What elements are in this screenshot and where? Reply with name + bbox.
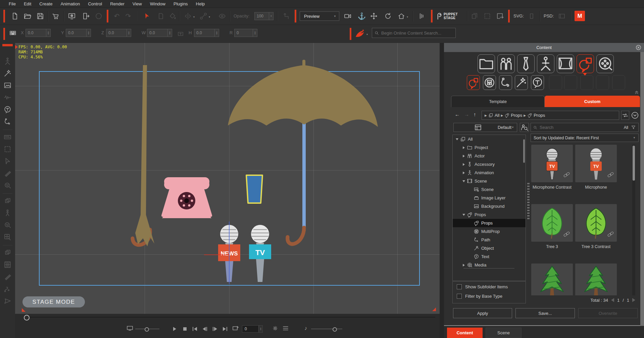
step-forward-button[interactable] — [213, 327, 217, 331]
subcategory-props-button-selected[interactable] — [467, 75, 480, 90]
sidebar-duplicate-tool[interactable] — [3, 248, 12, 257]
stage-corner-marker-right[interactable] — [432, 307, 436, 311]
online-content-logo[interactable] — [354, 28, 365, 38]
breadcrumb-item-props-2[interactable]: Props — [534, 113, 545, 118]
tree-item-object-13[interactable]: Object — [453, 244, 526, 252]
find-content-button[interactable] — [520, 123, 529, 132]
sidebar-svg-export-tool[interactable] — [3, 145, 12, 153]
show-subfolder-checkbox-row[interactable]: Show Subfolder Items — [457, 284, 508, 289]
sidebar-text-tool[interactable] — [3, 105, 12, 114]
sidebar-actor-editor-tool[interactable] — [3, 57, 12, 65]
page-next-icon[interactable] — [632, 298, 635, 302]
menu-plugins[interactable]: Plugins — [169, 0, 192, 8]
tree-item-accessory-3[interactable]: Accessory — [453, 160, 526, 168]
svg-export-icon[interactable] — [527, 11, 536, 21]
thumbnail-image[interactable]: TV — [531, 145, 573, 182]
category-media-button[interactable] — [596, 54, 614, 73]
category-scene-button[interactable] — [557, 54, 574, 73]
sidebar-path-tool[interactable] — [3, 117, 12, 126]
puppet-stage-button[interactable]: PUPPET STAGE — [435, 10, 464, 22]
visibility-button[interactable] — [217, 11, 227, 21]
sidebar-actor-creator-tool[interactable] — [3, 69, 12, 78]
copy-object-button[interactable] — [156, 11, 165, 21]
panel-search-input[interactable]: Search All — [531, 123, 639, 132]
current-frame-field[interactable]: 0 — [242, 325, 259, 333]
paint-fill-button[interactable] — [168, 11, 177, 21]
link-caret[interactable]: ▾ — [209, 15, 210, 18]
thumbnail-image[interactable] — [531, 204, 573, 242]
category-props-button-selected[interactable] — [577, 54, 594, 73]
thumbnail-pine-5[interactable] — [575, 263, 617, 295]
opacity-field[interactable]: 100 — [254, 12, 269, 20]
telephone-prop[interactable] — [162, 177, 211, 218]
marquee-button-disabled[interactable] — [483, 11, 492, 21]
redo-button[interactable]: ↷ — [123, 11, 133, 21]
flip-caret[interactable]: ▾ — [193, 15, 195, 18]
sidebar-spring-bone-tool[interactable] — [3, 273, 12, 281]
h-field[interactable]: 0.0 — [194, 29, 215, 37]
z-field-spinner[interactable]: ▲▼ — [127, 29, 131, 37]
nav-up-button[interactable]: ↑ — [474, 111, 476, 117]
thumbnail-pine-4[interactable] — [531, 263, 573, 295]
tab-custom[interactable]: Custom — [545, 96, 640, 107]
panel-resize-edge[interactable] — [640, 52, 644, 326]
subcategory-object-button[interactable] — [515, 75, 528, 90]
h-field-spinner[interactable]: ▲▼ — [215, 29, 219, 37]
page-previous-icon[interactable] — [611, 298, 614, 302]
overwrite-button-disabled[interactable]: Overwrite — [578, 308, 638, 318]
sidebar-send-pointer-tool[interactable] — [3, 297, 12, 305]
collapse-panel-icon[interactable] — [634, 89, 639, 95]
home-view-button[interactable] — [397, 11, 406, 21]
new-project-button[interactable] — [10, 11, 19, 21]
sidebar-audio-record-tool[interactable] — [3, 93, 12, 102]
sidebar-media-import-tool[interactable] — [3, 81, 12, 90]
sidebar-mesh-warp-tool[interactable] — [3, 260, 12, 269]
subcategory-text-button[interactable] — [531, 75, 544, 90]
current-frame-spinner[interactable]: ▲▼ — [259, 325, 263, 333]
tree-item-text-14[interactable]: Text — [453, 252, 526, 261]
filter-base-type-checkbox-row[interactable]: Filter by Base Type — [457, 294, 502, 299]
tree-item-actor-2[interactable]: Actor — [453, 152, 526, 160]
breadcrumb-item-props[interactable]: Props — [511, 113, 522, 118]
stage-viewport[interactable]: NEWS TV FPS: 0.00, AVG: 0.00 RAM: 714MB … — [15, 43, 440, 314]
online-logo-caret[interactable]: ▾ — [366, 33, 368, 36]
render-mode-dropdown[interactable]: Preview ▼ — [300, 11, 339, 21]
y-field[interactable]: 0.0 — [66, 29, 87, 37]
tree-item-background-8[interactable]: Background — [453, 202, 526, 210]
save-project-button[interactable] — [36, 11, 45, 21]
r-field[interactable]: 0 — [234, 29, 253, 37]
move-tool-button[interactable] — [369, 11, 379, 21]
swap-view-button[interactable] — [621, 111, 629, 120]
rotate-tool-button[interactable] — [383, 11, 393, 21]
timeline-list-icon[interactable] — [283, 326, 288, 332]
motion-live-button[interactable]: M — [575, 11, 585, 21]
x-field[interactable]: 0.0 — [26, 29, 46, 37]
thumbnail-image[interactable]: TV — [575, 145, 617, 182]
dock-layout-icon[interactable] — [8, 29, 17, 38]
tree-item-multiprop-11[interactable]: MultiProp — [453, 227, 526, 236]
tree-item-props-9[interactable]: Props — [453, 210, 526, 219]
tree-item-props-10[interactable]: Props — [453, 219, 526, 227]
pivot-button[interactable] — [281, 11, 291, 21]
online-content-search[interactable]: Begin Online Content Search... — [372, 28, 456, 38]
expand-options-button[interactable] — [631, 111, 639, 120]
sidebar-route-record-tool[interactable] — [3, 285, 12, 293]
x-field-spinner[interactable]: ▲▼ — [46, 29, 51, 37]
sidebar-face-puppet-tool[interactable] — [3, 181, 12, 190]
w-field-spinner[interactable]: ▲▼ — [168, 29, 172, 37]
render-settings-icon[interactable] — [272, 325, 278, 333]
sidebar-layer-flip-tool[interactable] — [3, 197, 12, 205]
news-microphone-prop[interactable]: NEWS — [204, 222, 240, 284]
timeline-track[interactable] — [30, 317, 435, 318]
save-button[interactable]: Save... — [515, 308, 575, 318]
render-preview-button[interactable] — [67, 11, 77, 21]
sidebar-grid-transform-tool[interactable] — [3, 233, 12, 241]
panel-title-bar[interactable]: Content — [444, 43, 644, 52]
stage-corner-marker-left[interactable] — [22, 308, 26, 312]
nav-back-button[interactable]: ← — [455, 111, 460, 117]
umbrella-prop[interactable] — [228, 60, 378, 244]
tree-item-path-12[interactable]: Path — [453, 236, 526, 244]
thumbnail-microphone-contrast[interactable]: TV Microphone Contrast — [531, 145, 573, 190]
menu-view[interactable]: View — [129, 0, 146, 8]
tree-grid-splitter[interactable] — [527, 183, 530, 221]
